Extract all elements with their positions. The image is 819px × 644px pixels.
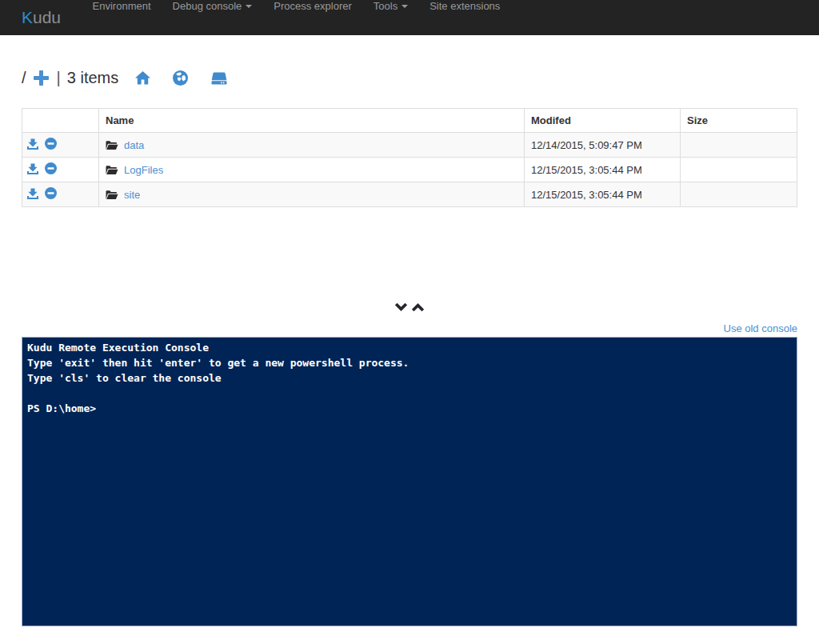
download-icon: [27, 188, 38, 199]
table-row: LogFiles 12/15/2015, 3:05:44 PM: [22, 158, 797, 182]
minus-circle-icon: [45, 138, 57, 150]
nav-item-label: Tools: [374, 0, 398, 12]
console-line: Type 'cls' to clear the console: [27, 370, 792, 386]
chevron-down-icon: [394, 302, 408, 312]
folder-link[interactable]: site: [124, 189, 140, 201]
header-name: Name: [99, 109, 525, 133]
brand-rest: udu: [33, 8, 61, 27]
table-row: data 12/14/2015, 5:09:47 PM: [22, 133, 797, 158]
download-icon: [27, 138, 38, 150]
breadcrumb-separator: |: [57, 69, 61, 87]
header-modified: Modifed: [525, 109, 681, 133]
nav-item-site-extensions[interactable]: Site extensions: [419, 0, 511, 12]
folder-icon: [106, 140, 118, 150]
powershell-console[interactable]: Kudu Remote Execution Console Type 'exit…: [22, 337, 797, 626]
nav-item-label: Environment: [93, 0, 151, 12]
breadcrumb-root-link[interactable]: /: [22, 69, 26, 87]
delete-button[interactable]: [45, 187, 57, 199]
items-count-label: 3 items: [67, 69, 118, 87]
folder-icon: [106, 165, 118, 175]
modified-cell: 12/14/2015, 5:09:47 PM: [525, 133, 681, 158]
table-header-row: Name Modifed Size: [22, 109, 797, 133]
plus-icon: [34, 70, 49, 86]
folder-link[interactable]: data: [124, 139, 144, 151]
home-icon: [135, 71, 150, 85]
use-old-console-link[interactable]: Use old console: [724, 322, 798, 334]
console-shrink-button[interactable]: [394, 302, 408, 312]
modified-cell: 12/15/2015, 3:05:44 PM: [525, 158, 681, 182]
download-icon: [27, 163, 38, 174]
delete-button[interactable]: [45, 162, 57, 174]
minus-circle-icon: [45, 162, 57, 174]
caret-down-icon: [402, 5, 408, 8]
header-size: Size: [681, 109, 797, 133]
local-drive-button[interactable]: [211, 72, 227, 85]
folder-icon: [106, 190, 118, 200]
globe-icon: [173, 70, 188, 86]
nav-menu: Environment Debug console Process explor…: [82, 0, 511, 35]
console-line: Type 'exit' then hit 'enter' to get a ne…: [27, 355, 792, 370]
size-cell: [681, 182, 797, 207]
console-line: [27, 386, 792, 401]
old-console-row: Use old console: [22, 322, 797, 334]
size-cell: [681, 133, 797, 158]
folder-link[interactable]: LogFiles: [124, 164, 163, 176]
kudu-brand[interactable]: Kudu: [22, 0, 61, 35]
console-grow-button[interactable]: [411, 302, 425, 312]
download-button[interactable]: [27, 138, 38, 150]
home-button[interactable]: [135, 71, 150, 85]
nav-item-process-explorer[interactable]: Process explorer: [263, 0, 363, 12]
modified-cell: 12/15/2015, 3:05:44 PM: [525, 182, 681, 207]
size-cell: [681, 158, 797, 182]
minus-circle-icon: [45, 187, 57, 199]
nav-item-environment[interactable]: Environment: [82, 0, 162, 12]
caret-down-icon: [246, 5, 252, 8]
file-table: Name Modifed Size: [22, 108, 797, 207]
nav-item-label: Debug console: [173, 0, 242, 12]
nav-item-label: Process explorer: [274, 0, 352, 12]
new-item-button[interactable]: [34, 70, 49, 86]
nav-item-label: Site extensions: [429, 0, 500, 12]
download-button[interactable]: [27, 163, 38, 174]
header-actions: [22, 109, 99, 133]
brand-letter: K: [22, 8, 33, 27]
table-row: site 12/15/2015, 3:05:44 PM: [22, 182, 797, 207]
nav-item-tools[interactable]: Tools: [362, 0, 418, 12]
console-prompt[interactable]: PS D:\home>: [27, 401, 792, 416]
breadcrumb: / | 3 items: [22, 67, 797, 89]
site-root-button[interactable]: [173, 70, 188, 86]
console-resize-bar: [22, 301, 797, 313]
navbar: Kudu Environment Debug console Process e…: [0, 0, 819, 35]
drive-icon: [211, 72, 227, 85]
chevron-up-icon: [411, 302, 425, 312]
delete-button[interactable]: [45, 138, 57, 150]
download-button[interactable]: [27, 188, 38, 199]
console-line: Kudu Remote Execution Console: [27, 340, 792, 355]
nav-item-debug-console[interactable]: Debug console: [162, 0, 263, 12]
